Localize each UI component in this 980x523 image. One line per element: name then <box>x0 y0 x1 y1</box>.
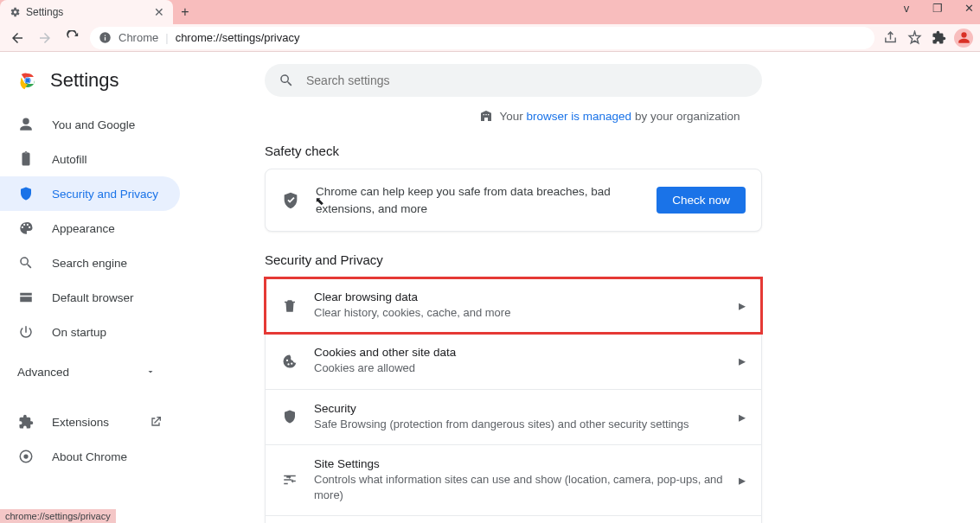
managed-prefix: Your <box>500 110 527 123</box>
sidebar: Settings You and Google Autofill Securit… <box>0 52 221 523</box>
managed-link[interactable]: browser is managed <box>527 110 632 123</box>
main-content: Your browser is managed by your organiza… <box>221 52 980 523</box>
svg-point-3 <box>26 79 30 83</box>
row-title: Cookies and other site data <box>314 346 723 359</box>
url-text: chrome://settings/privacy <box>176 31 300 44</box>
row-cookies[interactable]: Cookies and other site dataCookies are a… <box>266 333 761 388</box>
sidebar-item-on-startup[interactable]: On startup <box>0 315 180 349</box>
browser-tab[interactable]: Settings ✕ <box>0 0 173 24</box>
tab-close-icon[interactable]: ✕ <box>154 5 164 19</box>
sidebar-item-about[interactable]: About Chrome <box>0 439 180 474</box>
svg-point-5 <box>23 454 28 458</box>
shield-check-icon <box>281 191 300 210</box>
extensions-icon <box>17 413 35 431</box>
app-title: Settings <box>0 66 221 107</box>
sidebar-item-you-and-google[interactable]: You and Google <box>0 107 180 142</box>
search-icon <box>279 73 294 88</box>
sidebar-item-label: Appearance <box>52 222 115 235</box>
sidebar-item-autofill[interactable]: Autofill <box>0 142 180 176</box>
row-site-settings[interactable]: Site SettingsControls what information s… <box>266 444 761 515</box>
safety-check-card: Chrome can help keep you safe from data … <box>265 169 762 232</box>
tab-title: Settings <box>26 6 63 18</box>
sidebar-item-appearance[interactable]: Appearance <box>0 211 180 246</box>
safety-check-heading: Safety check <box>265 144 954 158</box>
managed-suffix: by your organization <box>631 110 740 123</box>
reload-button[interactable] <box>62 28 83 48</box>
browser-toolbar: Chrome | chrome://settings/privacy <box>0 24 980 52</box>
row-sub: Safe Browsing (protection from dangerous… <box>314 417 723 432</box>
sidebar-item-label: About Chrome <box>52 450 127 463</box>
row-clear-browsing-data[interactable]: Clear browsing dataClear history, cookie… <box>266 278 761 333</box>
person-icon <box>17 116 35 133</box>
sidebar-item-label: Search engine <box>52 257 127 270</box>
titlebar: Settings ✕ + v ❐ ✕ <box>0 0 980 24</box>
sidebar-item-security[interactable]: Security and Privacy <box>0 176 180 211</box>
managed-notice: Your browser is managed by your organiza… <box>265 109 954 123</box>
sidebar-item-label: On startup <box>52 326 106 339</box>
chevron-right-icon: ▸ <box>739 353 746 369</box>
power-icon <box>17 323 35 341</box>
status-bar-url: chrome://settings/privacy <box>0 509 116 523</box>
palette-icon <box>17 220 35 237</box>
tune-icon <box>281 471 298 488</box>
sidebar-item-search-engine[interactable]: Search engine <box>0 246 180 280</box>
settings-search[interactable] <box>265 64 762 97</box>
chevron-right-icon: ▸ <box>739 297 746 314</box>
sidebar-item-label: Extensions <box>52 416 109 429</box>
shield-icon <box>281 408 298 425</box>
row-title: Security <box>314 402 723 415</box>
origin-label: Chrome <box>118 31 158 44</box>
chrome-logo-icon <box>17 70 38 91</box>
advanced-label: Advanced <box>17 366 69 379</box>
row-sub: Cookies are allowed <box>314 360 723 376</box>
sidebar-item-label: Security and Privacy <box>52 188 158 201</box>
sidebar-item-label: Autofill <box>52 153 87 166</box>
shield-icon <box>17 185 35 202</box>
new-tab-button[interactable]: + <box>173 0 197 24</box>
cursor-icon: ⬉ <box>315 195 324 207</box>
sidebar-item-label: You and Google <box>52 118 135 131</box>
chevron-right-icon: ▸ <box>739 472 746 488</box>
row-privacy-sandbox[interactable]: Privacy Sandbox <box>266 515 761 523</box>
cookie-icon <box>281 353 298 370</box>
clipboard-icon <box>17 150 35 168</box>
trash-icon <box>281 297 298 315</box>
settings-page: Settings You and Google Autofill Securit… <box>0 52 980 523</box>
sidebar-item-default-browser[interactable]: Default browser <box>0 280 180 315</box>
privacy-heading: Security and Privacy <box>265 252 954 267</box>
forward-button[interactable] <box>35 28 55 48</box>
address-bar[interactable]: Chrome | chrome://settings/privacy <box>90 27 874 49</box>
site-info-icon[interactable] <box>99 31 112 44</box>
safety-text: Chrome can help keep you safe from data … <box>316 183 641 217</box>
share-icon[interactable] <box>881 29 899 47</box>
sidebar-item-extensions[interactable]: Extensions <box>0 405 180 439</box>
close-window-button[interactable]: ✕ <box>961 2 977 15</box>
extensions-icon[interactable] <box>930 29 947 47</box>
row-security[interactable]: SecuritySafe Browsing (protection from d… <box>266 389 761 444</box>
check-now-button[interactable]: Check now <box>657 187 746 214</box>
row-sub: Clear history, cookies, cache, and more <box>314 305 723 321</box>
sidebar-item-label: Default browser <box>52 291 134 304</box>
gear-icon <box>9 6 21 18</box>
row-title: Site Settings <box>314 457 723 470</box>
profile-avatar[interactable] <box>954 29 973 48</box>
bookmark-icon[interactable] <box>906 29 923 47</box>
open-in-new-icon <box>149 415 163 429</box>
maximize-button[interactable]: ❐ <box>930 2 945 15</box>
page-title: Settings <box>50 69 119 92</box>
chrome-icon <box>17 448 35 465</box>
chevron-right-icon: ▸ <box>739 409 746 425</box>
sidebar-advanced[interactable]: Advanced <box>0 354 173 389</box>
back-button[interactable] <box>7 28 28 48</box>
privacy-card: Clear browsing dataClear history, cookie… <box>265 277 762 523</box>
row-title: Clear browsing data <box>314 290 723 303</box>
building-icon <box>479 109 493 123</box>
window-controls: v ❐ ✕ <box>899 2 977 15</box>
search-input[interactable] <box>306 73 748 87</box>
minimize-button[interactable]: v <box>899 2 914 15</box>
chevron-down-icon <box>145 367 156 377</box>
browser-window-icon <box>17 289 35 306</box>
row-sub: Controls what information sites can use … <box>314 472 723 503</box>
search-icon <box>17 254 35 271</box>
